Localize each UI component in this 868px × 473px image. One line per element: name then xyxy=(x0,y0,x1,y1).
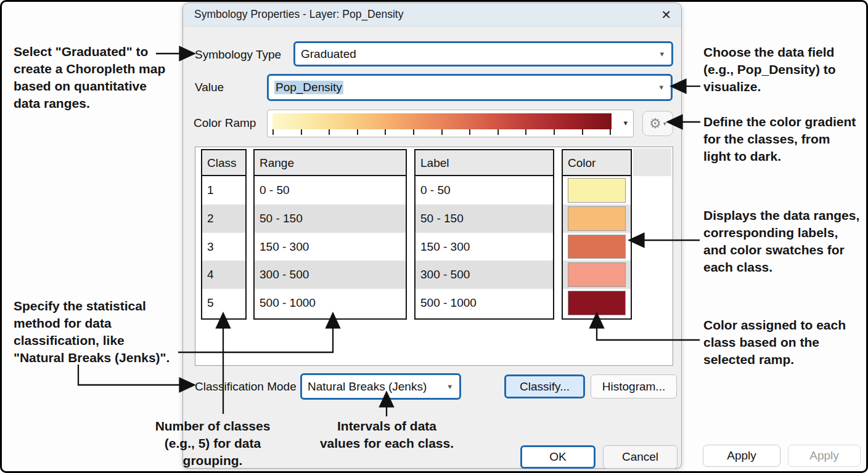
color-ramp-gradient xyxy=(272,113,612,129)
apply-button[interactable]: Apply xyxy=(703,445,780,467)
value-dropdown[interactable]: Pop_Density ▾ xyxy=(267,74,673,101)
apply-button-disabled[interactable]: Apply xyxy=(788,445,861,467)
column-header-class: Class xyxy=(202,150,245,176)
close-icon[interactable]: ✕ xyxy=(661,7,671,22)
chevron-down-icon: ▾ xyxy=(660,49,664,58)
color-ramp-selector[interactable]: ▾ xyxy=(267,110,634,137)
dialog-title: Symbology Properties - Layer: Pop_Densit… xyxy=(194,8,403,21)
table-cell[interactable]: 0 - 50 xyxy=(255,176,406,204)
table-cell[interactable]: 1 xyxy=(202,176,245,204)
table-cell[interactable]: 50 - 150 xyxy=(416,204,553,233)
table-cell[interactable]: 3 xyxy=(202,233,245,261)
table-cell[interactable]: 500 - 1000 xyxy=(416,289,553,317)
value-label: Value xyxy=(195,81,224,94)
table-cell[interactable]: 0 - 50 xyxy=(416,176,553,204)
dialog-titlebar[interactable]: Symbology Properties - Layer: Pop_Densit… xyxy=(183,3,681,26)
annotation-color-assigned: Color assigned to each class based on th… xyxy=(703,317,846,368)
table-cell[interactable]: 4 xyxy=(202,261,245,289)
table-cell[interactable]: 5 xyxy=(202,289,245,317)
table-column-label: Label 0 - 50 50 - 150 150 - 300 300 - 50… xyxy=(414,149,554,320)
chevron-down-icon: ▾ xyxy=(448,381,452,390)
table-cell[interactable]: 50 - 150 xyxy=(255,204,406,233)
annotation-define-gradient: Define the color gradient for the classe… xyxy=(703,113,856,165)
gear-icon: ⚙ xyxy=(649,117,661,131)
table-corner-strip xyxy=(633,148,671,176)
classification-mode-label: Classification Mode xyxy=(195,380,297,394)
symbology-type-label: Symbology Type xyxy=(195,48,281,62)
page-background: Symbology Properties - Layer: Pop_Densit… xyxy=(0,0,868,473)
column-header-label: Label xyxy=(416,150,553,176)
classes-table: Class 1 2 3 4 5 Range 0 - 50 50 - 150 15… xyxy=(195,147,673,366)
column-header-range: Range xyxy=(255,150,406,176)
color-swatch[interactable] xyxy=(568,206,626,231)
annotation-specify-method: Specify the statistical method for data … xyxy=(14,297,170,366)
chevron-down-icon: ▾ xyxy=(623,118,628,127)
color-swatch[interactable] xyxy=(568,262,626,287)
table-column-color: Color xyxy=(562,149,632,320)
annotation-number-classes: Number of classes (e.g., 5) for data gro… xyxy=(148,418,277,469)
table-cell[interactable]: 300 - 500 xyxy=(416,261,553,289)
chevron-down-icon: ▾ xyxy=(663,120,666,127)
histogram-button[interactable]: Histogram... xyxy=(591,374,677,398)
symbology-properties-dialog: Symbology Properties - Layer: Pop_Densit… xyxy=(182,2,682,469)
ok-button[interactable]: OK xyxy=(520,445,596,469)
classification-mode-value: Natural Breaks (Jenks) xyxy=(308,380,427,394)
table-cell[interactable]: 300 - 500 xyxy=(255,261,406,289)
classification-mode-dropdown[interactable]: Natural Breaks (Jenks) ▾ xyxy=(300,373,461,400)
table-cell[interactable]: 150 - 300 xyxy=(255,233,406,261)
color-swatch[interactable] xyxy=(568,235,626,259)
color-ramp-ticks xyxy=(272,129,612,135)
annotation-choose-field: Choose the data field (e.g., Pop_Density… xyxy=(703,44,836,95)
chevron-down-icon: ▾ xyxy=(659,83,663,92)
table-cell[interactable]: 500 - 1000 xyxy=(255,289,406,317)
table-cell[interactable]: 150 - 300 xyxy=(416,233,553,261)
ramp-settings-button[interactable]: ⚙ ▾ xyxy=(642,111,673,136)
table-column-class: Class 1 2 3 4 5 xyxy=(201,149,247,320)
symbology-type-dropdown[interactable]: Graduated ▾ xyxy=(293,41,673,67)
annotation-select-graduated: Select "Graduated" to create a Choroplet… xyxy=(14,43,165,112)
table-column-range: Range 0 - 50 50 - 150 150 - 300 300 - 50… xyxy=(253,149,407,320)
arrow-to-classification-mode xyxy=(78,365,182,385)
color-swatch[interactable] xyxy=(568,291,626,315)
annotation-intervals: Intervals of data values for each class. xyxy=(305,418,469,452)
classify-button[interactable]: Classify... xyxy=(504,374,585,398)
color-ramp-label: Color Ramp xyxy=(194,116,256,130)
table-cell[interactable]: 2 xyxy=(202,204,245,233)
value-selected-text: Pop_Density xyxy=(274,81,343,94)
symbology-type-value: Graduated xyxy=(301,47,356,61)
cancel-button[interactable]: Cancel xyxy=(603,445,678,469)
color-swatch[interactable] xyxy=(568,178,626,203)
column-header-color: Color xyxy=(563,150,631,176)
annotation-displays-ranges: Displays the data ranges, corresponding … xyxy=(703,207,859,276)
